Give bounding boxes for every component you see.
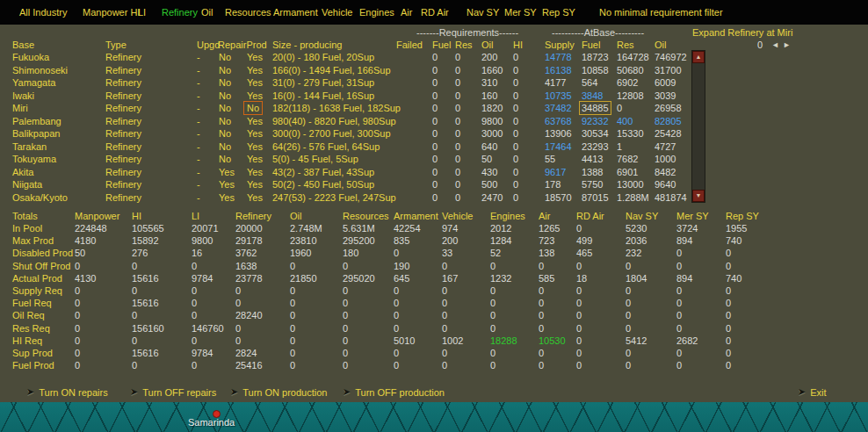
base-type: Refinery: [105, 76, 141, 89]
totals-value: 0: [132, 284, 137, 297]
upgrade-flag[interactable]: -: [197, 90, 200, 102]
production-toggle[interactable]: Yes: [247, 127, 263, 140]
menu-item[interactable]: All Industry: [19, 7, 67, 18]
repair-toggle[interactable]: No: [219, 140, 231, 153]
repair-toggle[interactable]: No: [219, 102, 231, 114]
repair-toggle[interactable]: No: [219, 64, 231, 76]
repair-toggle[interactable]: No: [219, 127, 231, 140]
scroll-up-icon[interactable]: ▲: [692, 51, 705, 63]
menu-item[interactable]: Mer SY: [504, 7, 537, 18]
totals-row-label: Disabled Prod: [12, 247, 73, 259]
menu-item[interactable]: Nav SY: [467, 7, 499, 18]
production-toggle[interactable]: Yes: [247, 90, 263, 102]
base-name-link[interactable]: Niigata: [12, 178, 42, 191]
production-toggle[interactable]: Yes: [247, 115, 263, 127]
base-name-link[interactable]: Iwaki: [12, 90, 34, 102]
base-name-link[interactable]: Yamagata: [12, 76, 55, 89]
totals-value: 499: [576, 234, 592, 247]
totals-value: 0: [576, 297, 582, 309]
menu-item[interactable]: Vehicle: [322, 7, 352, 18]
menu-item[interactable]: Refinery: [162, 7, 198, 18]
menu-item[interactable]: Resources: [225, 7, 271, 18]
upgrade-flag[interactable]: -: [197, 64, 200, 76]
exit-button[interactable]: ➤ Exit: [798, 386, 827, 398]
menu-item[interactable]: Engines: [359, 7, 394, 18]
production-toggle[interactable]: Yes: [247, 191, 263, 204]
base-name-link[interactable]: Shimonoseki: [12, 64, 68, 76]
totals-value: 0: [235, 297, 241, 309]
totals-value: 894: [676, 272, 692, 284]
totals-value: 29178: [235, 234, 263, 247]
size-producing-value: 16(0) - 144 Fuel, 16Sup: [272, 90, 374, 102]
base-name-link[interactable]: Tarakan: [12, 140, 47, 153]
upgrade-flag[interactable]: -: [197, 166, 200, 178]
scroll-down-icon[interactable]: ▼: [692, 190, 705, 202]
menu-item[interactable]: RD Air: [421, 7, 449, 18]
production-toggle[interactable]: Yes: [247, 153, 263, 165]
repair-toggle[interactable]: No: [219, 115, 231, 127]
menu-item[interactable]: LI: [138, 7, 146, 18]
production-toggle[interactable]: Yes: [247, 178, 263, 191]
production-toggle[interactable]: No: [244, 102, 262, 114]
repair-toggle[interactable]: Yes: [219, 191, 235, 204]
table-scrollbar[interactable]: ▲ ▼: [691, 50, 705, 203]
totals-value: 0: [490, 322, 495, 335]
production-toggle[interactable]: Yes: [247, 51, 263, 63]
base-name-link[interactable]: Balikpapan: [12, 127, 60, 140]
atbase-oil-value: 746972: [655, 51, 687, 63]
production-toggle[interactable]: Yes: [247, 64, 263, 76]
repair-toggle[interactable]: No: [219, 76, 231, 89]
menu-item[interactable]: Rep SY: [542, 7, 575, 18]
totals-value: 0: [290, 335, 295, 347]
production-toggle[interactable]: Yes: [247, 76, 263, 89]
upgrade-flag[interactable]: -: [197, 178, 200, 191]
production-toggle[interactable]: Yes: [247, 140, 263, 153]
upgrade-flag[interactable]: -: [197, 76, 200, 89]
header-upgd: Upgd: [197, 39, 220, 51]
production-toggle[interactable]: Yes: [247, 166, 263, 178]
turn-on-production-button[interactable]: ➤ Turn ON production: [230, 386, 327, 398]
repair-toggle[interactable]: No: [219, 90, 231, 102]
table-row: Niigata Refinery - Yes Yes 50(2) - 450 F…: [0, 178, 868, 191]
totals-value: 138: [539, 247, 554, 259]
totals-value: 20000: [235, 222, 263, 234]
req-fuel-value: 0: [432, 166, 438, 178]
totals-value: 0: [394, 359, 399, 371]
upgrade-flag[interactable]: -: [197, 51, 200, 63]
turn-on-repairs-label: Turn ON repairs: [39, 387, 107, 398]
base-name-link[interactable]: Miri: [12, 102, 28, 114]
upgrade-flag[interactable]: -: [197, 153, 200, 165]
repair-toggle[interactable]: Yes: [219, 166, 235, 178]
upgrade-flag[interactable]: -: [197, 140, 200, 153]
turn-off-repairs-button[interactable]: ➤ Turn OFF repairs: [130, 386, 216, 398]
size-producing-value: 5(0) - 45 Fuel, 5Sup: [272, 153, 358, 165]
base-name-link[interactable]: Osaka/Kyoto: [12, 191, 68, 204]
upgrade-flag[interactable]: -: [197, 127, 200, 140]
base-name-link[interactable]: Palembang: [12, 115, 61, 127]
repair-toggle[interactable]: No: [219, 153, 231, 165]
menu-item[interactable]: Armament: [273, 7, 318, 18]
totals-row-label: Fuel Req: [12, 297, 52, 309]
table-row: Tokuyama Refinery - No Yes 5(0) - 45 Fue…: [0, 153, 868, 166]
base-name-link[interactable]: Tokuyama: [12, 153, 56, 165]
upgrade-flag[interactable]: -: [197, 115, 200, 127]
upgrade-flag[interactable]: -: [197, 191, 200, 204]
upgrade-flag[interactable]: -: [197, 102, 200, 114]
map-view[interactable]: Samarinda: [0, 402, 868, 432]
turn-on-repairs-button[interactable]: ➤ Turn ON repairs: [26, 386, 108, 398]
req-res-value: 0: [455, 115, 460, 127]
menu-item[interactable]: Manpower HI: [83, 7, 140, 18]
turn-off-production-button[interactable]: ➤ Turn OFF production: [343, 386, 445, 398]
menu-item[interactable]: Oil: [201, 7, 213, 18]
menu-item[interactable]: Air: [401, 7, 412, 18]
base-name-link[interactable]: Fukuoka: [12, 51, 49, 63]
totals-value: 0: [576, 222, 582, 234]
repair-toggle[interactable]: No: [219, 51, 231, 63]
base-name-link[interactable]: Akita: [12, 166, 33, 178]
atbase-oil-value: 9640: [655, 178, 676, 191]
base-type: Refinery: [105, 153, 141, 165]
req-oil-value: 1820: [481, 102, 503, 114]
totals-value: 835: [394, 234, 409, 247]
repair-toggle[interactable]: Yes: [219, 178, 235, 191]
menu-item[interactable]: No minimal requirement filter: [599, 7, 723, 18]
